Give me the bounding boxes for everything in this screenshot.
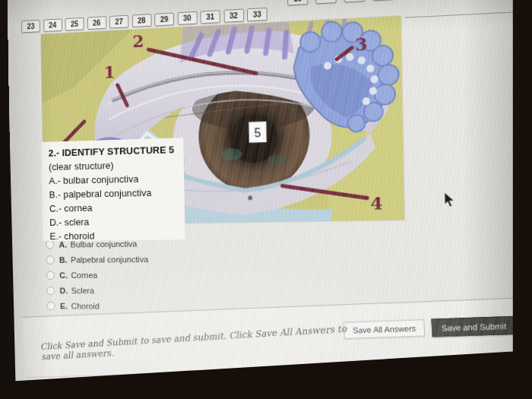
quiz-screen: 15 16 17 18 19 20 21 22 23 24 25 26 27 2… <box>8 0 532 399</box>
answer-options: A. Bulbar conjunctiva B. Palpebral conju… <box>46 236 149 314</box>
question-choice-e: E.- choroid <box>49 228 179 243</box>
question-nav-button[interactable]: 33 <box>247 8 268 21</box>
question-pagination-row-1: 15 16 17 18 19 20 21 22 <box>287 0 514 5</box>
question-nav-button[interactable]: 18 <box>373 0 394 1</box>
question-nav-button[interactable]: 31 <box>200 10 220 24</box>
question-nav-button[interactable]: 26 <box>87 16 106 30</box>
question-nav-button[interactable]: 30 <box>177 11 197 25</box>
option-letter: E. <box>60 301 68 310</box>
answer-option-b[interactable]: B. Palpebral conjunctiva <box>46 251 148 267</box>
laptop-photo: 15 16 17 18 19 20 21 22 23 24 25 26 27 2… <box>0 0 532 399</box>
footer-instruction: Click Save and Submit to save and submit… <box>40 323 356 363</box>
question-choice-d: D.- sclera <box>49 214 179 230</box>
option-label: Choroid <box>71 301 99 310</box>
save-and-submit-button[interactable]: Save and Submit <box>432 316 517 337</box>
radio-button-icon[interactable] <box>46 286 55 295</box>
question-nav-button[interactable]: 29 <box>154 12 174 26</box>
figure-label-3: 3 <box>355 33 368 55</box>
figure-label-4: 4 <box>370 192 383 214</box>
option-letter: B. <box>59 255 68 264</box>
question-nav-button[interactable]: 16 <box>315 0 337 4</box>
answer-option-d[interactable]: D. Sclera <box>46 282 149 298</box>
radio-button-icon[interactable] <box>46 301 55 310</box>
question-nav-button[interactable]: 32 <box>223 9 244 23</box>
option-label: Palpebral conjunctiva <box>71 255 148 264</box>
answer-option-e[interactable]: E. Choroid <box>46 298 149 314</box>
option-letter: C. <box>59 271 68 280</box>
content-top-divider <box>405 11 527 18</box>
content-right-border <box>526 11 532 321</box>
mouse-cursor-icon <box>444 192 455 208</box>
figure-label-2: 2 <box>132 30 144 51</box>
question-nav-button[interactable]: 24 <box>43 18 62 32</box>
figure-label-1: 1 <box>103 62 115 82</box>
question-nav-button[interactable]: 17 <box>344 0 366 2</box>
option-label: Cornea <box>71 271 97 280</box>
radio-button-icon[interactable] <box>46 271 55 280</box>
option-label: Sclera <box>71 286 94 295</box>
radio-button-icon[interactable] <box>46 255 54 264</box>
question-nav-button[interactable]: 15 <box>287 0 308 5</box>
figure-label-5: 5 <box>254 126 261 140</box>
question-nav-button[interactable]: 27 <box>109 15 129 29</box>
question-text-box: 2.- IDENTIFY STRUCTURE 5 (clear structur… <box>41 138 185 241</box>
option-letter: D. <box>59 286 68 295</box>
question-nav-button[interactable]: 28 <box>131 14 151 27</box>
question-nav-button[interactable]: 23 <box>21 20 40 33</box>
save-all-answers-button[interactable]: Save All Answers <box>344 319 425 339</box>
question-nav-button[interactable]: 25 <box>65 17 84 31</box>
answer-option-c[interactable]: C. Cornea <box>46 267 149 283</box>
